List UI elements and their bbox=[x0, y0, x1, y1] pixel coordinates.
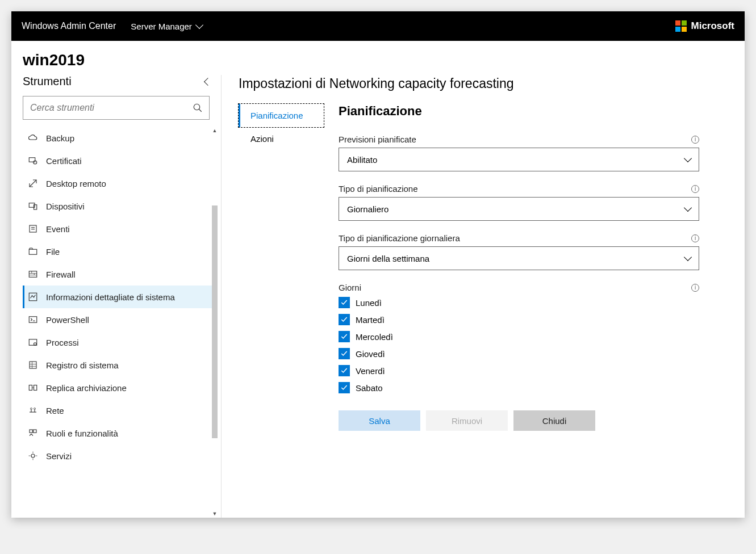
tab-azioni[interactable]: Azioni bbox=[239, 127, 324, 150]
info-icon[interactable]: i bbox=[691, 136, 699, 144]
tool-list: BackupCertificatiDesktop remotoDispositi… bbox=[23, 127, 213, 467]
sidebar-item-events[interactable]: Eventi bbox=[23, 217, 213, 240]
info-icon[interactable]: i bbox=[691, 284, 699, 292]
sidebar-item-label: PowerShell bbox=[46, 315, 89, 325]
chevron-down-icon bbox=[684, 154, 692, 162]
svg-rect-33 bbox=[30, 430, 32, 433]
scheduled-forecasts-select[interactable]: Abilitato bbox=[339, 148, 699, 171]
checkbox-icon[interactable] bbox=[339, 382, 350, 393]
svg-rect-17 bbox=[29, 317, 37, 323]
sidebar-item-label: Replica archiviazione bbox=[46, 383, 127, 393]
sidebar-item-label: Rete bbox=[46, 406, 64, 416]
sidebar-item-firewall[interactable]: Firewall bbox=[23, 263, 213, 286]
field-label: Tipo di pianificazione bbox=[339, 184, 418, 194]
firewall-icon bbox=[28, 269, 38, 279]
sidebar-item-insights[interactable]: Informazioni dettagliate di sistema bbox=[23, 286, 213, 308]
info-icon[interactable]: i bbox=[691, 234, 699, 242]
scroll-down-icon[interactable]: ▼ bbox=[211, 510, 219, 518]
page-title: Impostazioni di Networking capacity fore… bbox=[239, 76, 733, 91]
scrollbar[interactable]: ▲ ▼ bbox=[210, 127, 220, 518]
svg-rect-10 bbox=[29, 249, 37, 254]
context-dropdown-label: Server Manager bbox=[131, 22, 192, 31]
svg-rect-34 bbox=[34, 430, 36, 433]
checkbox-icon[interactable] bbox=[339, 297, 350, 308]
info-icon[interactable]: i bbox=[691, 185, 699, 193]
sidebar-item-shell[interactable]: PowerShell bbox=[23, 308, 213, 331]
devices-icon bbox=[28, 201, 38, 211]
sidebar-item-services[interactable]: Servizi bbox=[23, 444, 213, 467]
day-checkbox-row[interactable]: Sabato bbox=[339, 382, 699, 393]
tab-pianificazione[interactable]: Pianificazione bbox=[239, 104, 324, 127]
scroll-up-icon[interactable]: ▲ bbox=[211, 127, 219, 135]
checkbox-label: Venerdì bbox=[356, 366, 385, 376]
schedule-type-select[interactable]: Giornaliero bbox=[339, 197, 699, 221]
sidebar-item-roles[interactable]: Ruoli e funzionalità bbox=[23, 422, 213, 444]
process-icon bbox=[28, 337, 38, 347]
sidebar-item-file[interactable]: File bbox=[23, 240, 213, 263]
sidebar-item-label: Eventi bbox=[46, 224, 70, 234]
day-checkbox-row[interactable]: Lunedì bbox=[339, 297, 699, 308]
checkbox-icon[interactable] bbox=[339, 348, 350, 359]
context-dropdown[interactable]: Server Manager bbox=[131, 22, 202, 31]
services-icon bbox=[28, 451, 38, 461]
search-input[interactable] bbox=[23, 96, 210, 120]
events-icon bbox=[28, 224, 38, 234]
network-icon bbox=[28, 405, 38, 416]
checkbox-icon[interactable] bbox=[339, 314, 350, 325]
sidebar: Strumenti BackupCertificatiDesktop remot… bbox=[11, 75, 222, 518]
svg-rect-11 bbox=[29, 271, 37, 278]
sidebar-item-replica[interactable]: Replica archiviazione bbox=[23, 376, 213, 399]
replica-icon bbox=[28, 383, 38, 393]
field-label: Giorni bbox=[339, 283, 361, 292]
sidebar-item-label: Certificati bbox=[46, 156, 82, 166]
search-icon bbox=[193, 103, 203, 113]
svg-rect-19 bbox=[29, 339, 37, 346]
svg-rect-21 bbox=[30, 362, 36, 368]
select-value: Abilitato bbox=[347, 155, 377, 165]
sidebar-item-cloud[interactable]: Backup bbox=[23, 127, 213, 149]
svg-point-32 bbox=[34, 408, 36, 410]
server-name: win2019 bbox=[11, 41, 745, 75]
checkbox-label: Martedì bbox=[356, 315, 385, 325]
save-button[interactable]: Salva bbox=[339, 410, 420, 431]
day-checkbox-row[interactable]: Venerdì bbox=[339, 365, 699, 376]
sidebar-item-label: Processi bbox=[46, 338, 79, 347]
checkbox-label: Mercoledì bbox=[356, 332, 393, 342]
sidebar-item-label: File bbox=[46, 247, 60, 257]
day-checkbox-row[interactable]: Giovedì bbox=[339, 348, 699, 359]
day-checkbox-row[interactable]: Martedì bbox=[339, 314, 699, 325]
svg-rect-7 bbox=[30, 225, 36, 232]
field-label: Previsioni pianificate bbox=[339, 135, 416, 144]
sidebar-item-process[interactable]: Processi bbox=[23, 331, 213, 354]
sidebar-item-label: Ruoli e funzionalità bbox=[46, 429, 118, 438]
remove-button[interactable]: Rimuovi bbox=[426, 410, 508, 431]
brand: Microsoft bbox=[675, 20, 735, 32]
scrollbar-thumb[interactable] bbox=[212, 205, 218, 438]
sidebar-item-cert[interactable]: Certificati bbox=[23, 149, 213, 172]
shell-icon bbox=[28, 314, 38, 325]
sidebar-item-devices[interactable]: Dispositivi bbox=[23, 195, 213, 217]
sidebar-item-remote[interactable]: Desktop remoto bbox=[23, 172, 213, 195]
sidebar-title: Strumenti bbox=[23, 75, 72, 88]
chevron-down-icon bbox=[195, 21, 203, 29]
remote-icon bbox=[28, 178, 38, 188]
field-days: Giorni i LunedìMartedìMercoledìGiovedìVe… bbox=[339, 283, 699, 393]
insights-icon bbox=[28, 292, 38, 302]
registry-icon bbox=[28, 360, 38, 370]
day-checkbox-row[interactable]: Mercoledì bbox=[339, 331, 699, 342]
sidebar-item-network[interactable]: Rete bbox=[23, 399, 213, 422]
checkbox-icon[interactable] bbox=[339, 331, 350, 342]
sidebar-item-label: Servizi bbox=[46, 451, 72, 461]
svg-line-4 bbox=[30, 180, 36, 187]
close-button[interactable]: Chiudi bbox=[513, 410, 595, 431]
field-label: Tipo di pianificazione giornaliera bbox=[339, 233, 460, 243]
sidebar-item-registry[interactable]: Registro di sistema bbox=[23, 354, 213, 376]
sidebar-item-label: Dispositivi bbox=[46, 202, 85, 211]
field-scheduled-forecasts: Previsioni pianificate i Abilitato bbox=[339, 135, 699, 171]
collapse-sidebar-icon[interactable] bbox=[204, 77, 212, 85]
checkbox-icon[interactable] bbox=[339, 365, 350, 376]
svg-rect-25 bbox=[29, 385, 32, 391]
sidebar-item-label: Informazioni dettagliate di sistema bbox=[46, 292, 175, 302]
daily-type-select[interactable]: Giorni della settimana bbox=[339, 246, 699, 270]
svg-rect-26 bbox=[34, 385, 37, 391]
